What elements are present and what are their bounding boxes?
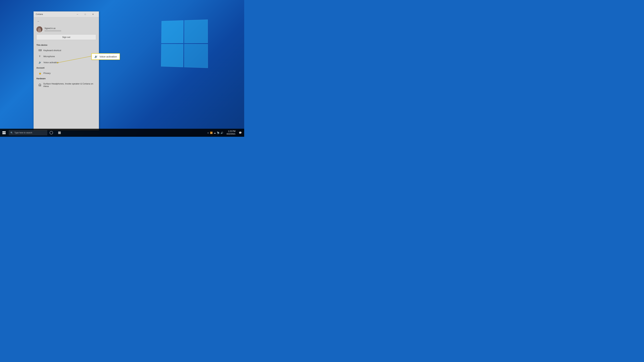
tooltip-text: Voice activation [100, 55, 117, 58]
logo-pane-1 [161, 20, 184, 43]
taskbar-search[interactable]: 🔍 Type here to search [9, 130, 47, 135]
network-icon[interactable]: 📶 [210, 132, 213, 134]
cortana-window: Cortana ─ □ ✕ ← [34, 11, 99, 130]
close-button[interactable]: ✕ [89, 11, 97, 17]
start-icon [2, 131, 6, 134]
clock[interactable]: 1:23 PM 4/22/2021 [225, 130, 237, 135]
headphones-icon: 🎧 [38, 84, 41, 86]
desktop: Cortana ─ □ ✕ ← [0, 0, 244, 137]
voice-activation-icon: 🔊 [38, 61, 42, 64]
taskbar-right: ∧ 📶 ☁ 📡 🔊 1:23 PM 4/22/2021 💬 [206, 129, 244, 137]
volume-icon[interactable]: 🔊 [220, 132, 223, 134]
hardware-item[interactable]: 🎧 Surface Headphones, Invoke speaker & C… [34, 81, 99, 89]
search-placeholder: Type here to search [14, 132, 32, 134]
voice-activation-label: Voice activation [44, 61, 58, 64]
privacy-icon: 🔒 [38, 72, 42, 74]
account-header: Account [34, 65, 99, 70]
chevron-up-icon[interactable]: ∧ [207, 132, 209, 134]
sign-out-button[interactable]: Sign out [36, 34, 96, 40]
system-tray: ∧ 📶 ☁ 📡 🔊 [206, 132, 224, 134]
cloud-icon[interactable]: ☁ [214, 132, 216, 134]
logo-pane-3 [161, 44, 183, 67]
window-titlebar: Cortana ─ □ ✕ [34, 11, 99, 17]
keyboard-icon: ⌨ [38, 49, 42, 52]
privacy-label: Privacy [44, 72, 51, 74]
microphone-icon: 🎙 [38, 55, 42, 58]
maximize-button[interactable]: □ [81, 11, 89, 17]
this-device-header: This device [34, 42, 99, 47]
taskbar: 🔍 Type here to search ⬜ ∧ 📶 ☁ 📡 🔊 1:23 P… [0, 129, 244, 137]
privacy-item[interactable]: 🔒 Privacy [34, 70, 99, 76]
hardware-label: Surface Headphones, Invoke speaker & Cor… [43, 82, 96, 87]
keyboard-shortcut-item[interactable]: ⌨ Keyboard shortcut [34, 47, 99, 53]
svg-line-0 [57, 56, 92, 63]
back-button[interactable]: ← [36, 18, 41, 24]
avatar [36, 26, 42, 32]
annotation-arrow [57, 54, 94, 64]
window-content: ← Signed in as Sign out This device ⌨ Ke… [34, 17, 99, 130]
search-icon: 🔍 [10, 132, 13, 134]
windows-logo [160, 20, 207, 67]
logo-pane-4 [184, 44, 208, 68]
avatar-figure [38, 28, 41, 32]
minimize-button[interactable]: ─ [74, 11, 81, 17]
clock-date: 4/22/2021 [226, 133, 236, 135]
keyboard-shortcut-label: Keyboard shortcut [44, 49, 61, 52]
microphone-label: Microphone [44, 55, 55, 58]
cortana-circle-icon [50, 131, 53, 134]
task-view-icon: ⬜ [58, 131, 61, 134]
notification-icon: 💬 [239, 131, 242, 134]
logo-pane-2 [184, 19, 208, 43]
account-section: Signed in as [34, 25, 99, 34]
signed-in-label: Signed in as [44, 27, 96, 29]
clock-time: 1:23 PM [226, 130, 236, 133]
account-info: Signed in as [44, 27, 96, 31]
hardware-header: Hardware [34, 76, 99, 81]
start-button[interactable] [0, 129, 8, 137]
window-controls: ─ □ ✕ [74, 11, 97, 17]
wifi-icon[interactable]: 📡 [217, 132, 220, 134]
window-title: Cortana [36, 13, 74, 15]
cortana-button[interactable] [47, 129, 55, 137]
voice-activation-tooltip: 🔊 Voice activation [92, 53, 120, 60]
notification-button[interactable]: 💬 [238, 129, 243, 137]
task-view-button[interactable]: ⬜ [55, 129, 64, 137]
account-name-blur [44, 30, 61, 31]
tooltip-voice-icon: 🔊 [94, 55, 98, 58]
